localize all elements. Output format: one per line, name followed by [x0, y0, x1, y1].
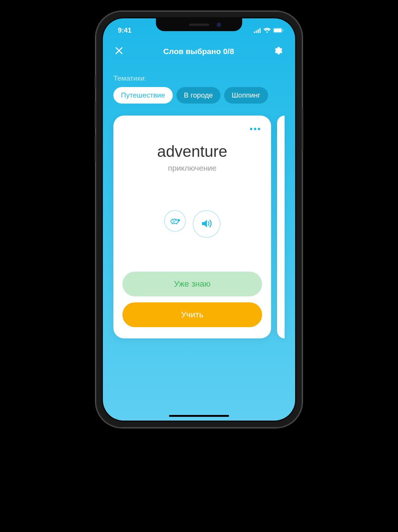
battery-icon — [273, 28, 284, 33]
screen: 9:41 — [103, 18, 295, 421]
svg-rect-3 — [259, 28, 261, 33]
side-button — [302, 109, 303, 150]
svg-rect-2 — [258, 29, 259, 33]
close-button[interactable] — [113, 45, 125, 57]
phone-frame: 9:41 — [96, 11, 302, 428]
side-button — [95, 101, 96, 128]
card-menu-button[interactable]: ••• — [248, 122, 263, 136]
audio-controls — [122, 210, 262, 238]
word-card: ••• adventure приключение — [113, 116, 271, 338]
phone-bezel: 9:41 — [102, 17, 296, 422]
word-main: adventure — [122, 143, 262, 161]
svg-rect-1 — [256, 30, 257, 33]
topic-chip-city[interactable]: В городе — [176, 87, 220, 104]
side-button — [95, 75, 96, 89]
notch-camera — [217, 23, 221, 27]
close-icon — [115, 50, 123, 56]
status-time: 9:41 — [118, 27, 140, 35]
slow-audio-button[interactable] — [164, 210, 186, 232]
topic-chip-travel[interactable]: Путешествие — [113, 87, 173, 104]
cellular-signal-icon — [254, 28, 261, 33]
notch-speaker — [189, 24, 209, 26]
svg-rect-0 — [254, 32, 255, 33]
audio-button[interactable] — [193, 210, 220, 238]
turtle-icon — [169, 217, 181, 225]
topics-label: Тематики: — [113, 74, 285, 83]
already-know-button[interactable]: Уже знаю — [122, 272, 262, 296]
svg-rect-5 — [274, 29, 282, 32]
header: Слов выбрано 0/8 — [103, 37, 295, 65]
home-indicator[interactable] — [169, 415, 229, 417]
topics-section: Тематики: Путешествие В городе Шоппинг — [103, 65, 295, 104]
svg-rect-6 — [283, 30, 283, 32]
wifi-icon — [264, 28, 271, 33]
gear-icon — [274, 51, 283, 56]
speaker-icon — [201, 218, 213, 230]
topic-chip-shopping[interactable]: Шоппинг — [224, 87, 268, 104]
notch — [156, 18, 242, 31]
status-indicators — [254, 28, 284, 33]
next-card-peek[interactable] — [277, 116, 285, 338]
svg-point-10 — [178, 219, 180, 221]
more-horizontal-icon: ••• — [250, 124, 261, 134]
learn-button[interactable]: Учить — [122, 302, 262, 327]
card-container[interactable]: ••• adventure приключение — [103, 104, 295, 338]
word-translation: приключение — [122, 164, 262, 173]
page-title: Слов выбрано 0/8 — [163, 47, 234, 56]
topic-chips: Путешествие В городе Шоппинг — [113, 87, 285, 104]
side-button — [95, 135, 96, 161]
settings-button[interactable] — [273, 45, 285, 58]
